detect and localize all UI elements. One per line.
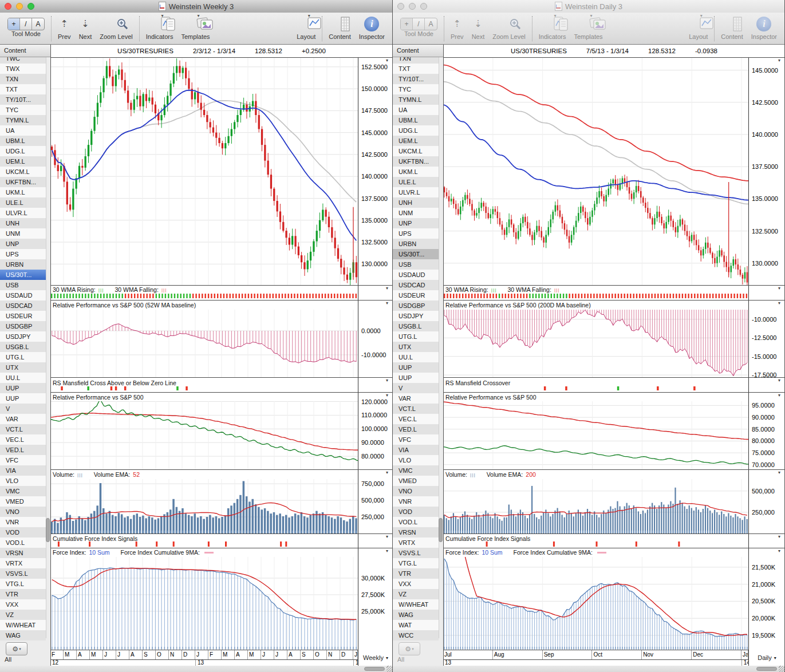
list-item[interactable]: TXN <box>393 57 439 64</box>
list-item[interactable]: W/WHEAT <box>393 599 439 610</box>
list-item[interactable]: VTR <box>0 589 46 599</box>
list-item[interactable]: VZ <box>393 589 439 599</box>
main-price-pane[interactable] <box>50 57 358 285</box>
list-item[interactable]: UUP <box>393 373 439 383</box>
list-item[interactable]: UUP <box>0 383 46 393</box>
list-item[interactable]: UKM.L <box>0 187 46 197</box>
gear-menu-button[interactable]: ⚙▾ <box>399 642 420 655</box>
list-item[interactable]: UNP <box>0 239 46 249</box>
list-item[interactable]: ULE.L <box>393 177 439 187</box>
list-item[interactable]: V <box>393 383 439 393</box>
list-item[interactable]: UA <box>0 125 46 136</box>
list-item[interactable]: V <box>0 404 46 414</box>
list-item[interactable]: VSVS.L <box>0 568 46 579</box>
list-item[interactable]: VEC.L <box>0 434 46 445</box>
pane-collapse-icon[interactable]: ▾ <box>386 286 388 291</box>
list-item[interactable]: VLO <box>393 455 439 465</box>
list-item[interactable]: VNR <box>393 496 439 507</box>
list-item[interactable]: UTG.L <box>0 352 46 362</box>
pane-collapse-icon[interactable]: ▾ <box>386 393 388 398</box>
list-item[interactable]: USDCAD <box>393 280 439 290</box>
sidebar-scrollbar-track[interactable] <box>439 57 443 638</box>
list-item[interactable]: VNR <box>0 517 46 527</box>
list-item[interactable]: UU.L <box>0 373 46 383</box>
list-item[interactable]: VOD.L <box>0 537 46 548</box>
relative-performance-baseline-pane[interactable] <box>50 310 358 377</box>
list-item[interactable]: TXN <box>0 74 46 84</box>
list-item[interactable]: WAT <box>393 620 439 630</box>
periodicity-dropdown[interactable]: Daily▾ <box>748 650 785 666</box>
list-item[interactable]: UU.L <box>393 352 439 362</box>
list-item[interactable]: VFC <box>393 434 439 445</box>
horizontal-scrollbar[interactable] <box>0 666 393 672</box>
list-item[interactable]: VNO <box>0 507 46 517</box>
list-item[interactable]: USDGBP <box>393 301 439 311</box>
list-item[interactable]: UEM.L <box>393 136 439 146</box>
pane-collapse-icon[interactable]: ▾ <box>778 378 780 383</box>
list-item[interactable]: VOD <box>393 507 439 517</box>
list-item[interactable]: VOD <box>0 527 46 537</box>
list-item[interactable]: URBN <box>393 239 439 249</box>
pane-collapse-icon[interactable]: ▾ <box>778 549 780 554</box>
list-item[interactable]: UKM.L <box>393 167 439 177</box>
list-item[interactable]: USB <box>393 259 439 270</box>
list-item[interactable]: TWX <box>0 64 46 74</box>
horizontal-scrollbar[interactable] <box>393 666 785 672</box>
list-item[interactable]: UTX <box>0 362 46 373</box>
list-item[interactable]: UPS <box>0 249 46 259</box>
sidebar-scrollbar-track[interactable] <box>46 57 50 638</box>
list-item[interactable]: VMED <box>0 496 46 507</box>
list-item[interactable]: VCT.L <box>393 404 439 414</box>
list-item[interactable]: VCT.L <box>0 424 46 434</box>
list-item[interactable]: VNO <box>393 486 439 496</box>
list-item[interactable]: UBM.L <box>0 136 46 146</box>
list-item[interactable]: UKFTBN... <box>393 156 439 167</box>
list-item[interactable]: VXX <box>393 579 439 589</box>
list-item[interactable]: VTG.L <box>393 558 439 568</box>
list-item[interactable]: USGB.L <box>0 342 46 352</box>
volume-pane[interactable] <box>443 479 748 533</box>
list-item[interactable]: VRSN <box>393 527 439 537</box>
list-item[interactable]: TY/10T... <box>393 74 439 84</box>
pane-collapse-icon[interactable]: ▾ <box>778 58 780 63</box>
list-item[interactable]: US/30T... <box>0 270 46 280</box>
list-item[interactable]: WAG <box>0 630 46 641</box>
force-index-pane[interactable] <box>443 557 748 650</box>
pane-collapse-icon[interactable]: ▾ <box>778 535 780 539</box>
pane-collapse-icon[interactable]: ▾ <box>778 301 780 306</box>
list-item[interactable]: VSVS.L <box>393 548 439 558</box>
list-item[interactable]: URBN <box>0 259 46 270</box>
list-item[interactable]: VIA <box>0 465 46 476</box>
pane-collapse-icon[interactable]: ▾ <box>386 58 388 63</box>
list-item[interactable]: UPS <box>393 228 439 239</box>
list-item[interactable]: UNP <box>393 218 439 228</box>
list-item[interactable]: VXX <box>0 599 46 610</box>
resize-grip-icon[interactable] <box>386 666 393 672</box>
list-item[interactable]: USDEUR <box>393 290 439 301</box>
list-item[interactable]: US/30T... <box>393 249 439 259</box>
pane-collapse-icon[interactable]: ▾ <box>386 301 388 306</box>
list-item[interactable]: VZ <box>0 610 46 620</box>
list-item[interactable]: VLO <box>0 476 46 486</box>
list-item[interactable]: UDG.L <box>0 146 46 156</box>
list-item[interactable]: USDEUR <box>0 311 46 321</box>
list-item[interactable]: VRTX <box>393 537 439 548</box>
volume-pane[interactable] <box>50 479 358 533</box>
pane-collapse-icon[interactable]: ▾ <box>386 378 388 383</box>
list-item[interactable]: UNM <box>393 208 439 218</box>
list-item[interactable]: VRSN <box>0 548 46 558</box>
pane-collapse-icon[interactable]: ▾ <box>778 286 780 291</box>
list-item[interactable]: VMED <box>393 476 439 486</box>
list-item[interactable]: USDAUD <box>393 270 439 280</box>
relative-performance-pane[interactable] <box>443 401 748 469</box>
list-item[interactable]: WCC <box>393 630 439 641</box>
list-item[interactable]: TXT <box>393 64 439 74</box>
list-item[interactable]: UKCM.L <box>0 167 46 177</box>
list-item[interactable]: WAG <box>393 610 439 620</box>
list-item[interactable]: UNH <box>0 218 46 228</box>
list-item[interactable]: ULE.L <box>0 197 46 208</box>
list-item[interactable]: VMC <box>0 486 46 496</box>
periodicity-dropdown[interactable]: Weekly▾ <box>358 650 393 666</box>
list-item[interactable]: ULVR.L <box>393 187 439 197</box>
horizontal-scrollbar-thumb[interactable] <box>364 667 385 671</box>
